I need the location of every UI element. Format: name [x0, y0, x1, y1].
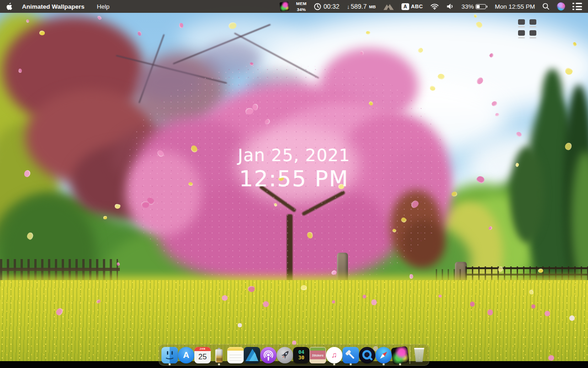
memory-label: MEM [296, 1, 307, 6]
dock-item-trash[interactable] [412, 344, 427, 366]
dock: A JAN 25 [159, 344, 429, 366]
safari-icon [375, 347, 392, 363]
dock-item-music[interactable]: ♫ [326, 344, 342, 366]
battery-nub [486, 5, 487, 8]
running-indicator [218, 363, 220, 365]
statusbar-stopwatch[interactable]: 00:32 [314, 3, 339, 11]
statusbar-volume[interactable] [446, 3, 454, 10]
podcasts-icon [260, 347, 277, 363]
search-icon [542, 3, 550, 10]
statusbar-mountain-app[interactable] [383, 3, 394, 11]
desktop-grid-widget[interactable] [518, 19, 536, 38]
running-indicator [350, 363, 352, 365]
wallpaper-shape [137, 64, 201, 101]
wallpaper-shape [201, 41, 261, 76]
running-indicator [169, 363, 171, 365]
statusbar-battery[interactable]: 33% [461, 3, 487, 10]
input-source-icon: A [401, 3, 409, 10]
dock-item-calendar[interactable]: JAN 25 [194, 344, 211, 366]
dock-item-quicktime[interactable] [359, 344, 375, 366]
rocket-icon [277, 347, 293, 363]
wifi-icon [430, 3, 439, 10]
dock-item-notes[interactable] [227, 344, 244, 366]
battery-percent: 33% [461, 3, 474, 10]
trash-icon [413, 348, 425, 362]
dock-item-timer[interactable]: 04 30 [293, 344, 310, 366]
dock-item-finder[interactable] [161, 344, 178, 366]
siri-icon [557, 2, 565, 11]
affinity-designer-icon [244, 347, 260, 363]
calendar-icon: JAN 25 [194, 347, 211, 363]
siri-menu[interactable] [557, 2, 565, 11]
list-icon [572, 9, 582, 10]
dock-item-podcasts[interactable] [260, 344, 277, 366]
running-indicator [333, 363, 335, 365]
battery-icon [476, 4, 486, 9]
menu-help[interactable]: Help [97, 3, 110, 10]
dock-item-battery-monitor[interactable] [211, 344, 227, 366]
statusbar-wallpapers-app[interactable] [280, 2, 289, 11]
dock-separator [408, 344, 412, 366]
dock-item-animated-wallpapers[interactable] [392, 344, 408, 366]
overlay-time: 12:55 PM [0, 166, 588, 191]
app-menu-title[interactable]: Animated Wallpapers [22, 3, 85, 10]
wallpaper-shape [401, 220, 445, 268]
iron-fence-rail [465, 267, 588, 269]
speaker-icon [446, 3, 454, 10]
menu-bar: Animated Wallpapers Help MEM 34% 00:32 ↓ [0, 0, 588, 13]
mountain-icon [383, 3, 394, 11]
dock-item-safari[interactable] [375, 344, 392, 366]
petal [179, 23, 183, 28]
apple-menu[interactable] [6, 2, 13, 11]
memory-value: 34% [297, 7, 306, 12]
fireworks-app-icon [391, 346, 410, 364]
statusbar-memory[interactable]: MEM 34% [296, 1, 307, 12]
wallpaper-clock-overlay: Jan 25, 2021 12:55 PM [0, 146, 588, 191]
running-indicator [383, 363, 385, 365]
grid-widget-cell [518, 19, 525, 27]
spotlight-search[interactable] [542, 3, 550, 10]
music-icon: ♫ [326, 347, 342, 363]
running-indicator [399, 363, 401, 365]
petal [137, 31, 142, 36]
desktop-screen: Jan 25, 2021 12:55 PM Animated Wallpaper… [0, 0, 588, 368]
iron-fence-rail [465, 274, 588, 276]
finder-icon [161, 347, 178, 363]
battery-app-icon [211, 347, 227, 363]
input-source-label: ABC [411, 4, 423, 9]
statusbar-wifi[interactable] [430, 3, 439, 10]
grid-widget-cell [518, 30, 525, 38]
dock-item-rocket[interactable] [277, 344, 293, 366]
statusbar-network[interactable]: ↓ 589.7 MB [347, 3, 375, 10]
app-store-icon: A [178, 347, 194, 363]
overlay-date: Jan 25, 2021 [0, 146, 588, 165]
statusbar-input-source[interactable]: A ABC [401, 3, 423, 10]
notification-center[interactable] [572, 3, 582, 10]
grid-widget-cell [529, 19, 536, 27]
dock-item-xcode[interactable] [342, 344, 359, 366]
download-arrow-icon: ↓ [347, 3, 350, 10]
download-unit: MB [369, 4, 376, 9]
list-icon [572, 3, 582, 4]
dock-item-stickers[interactable]: Stickers [310, 344, 326, 366]
stickers-icon: Stickers [310, 347, 326, 363]
download-value: 589.7 [351, 3, 367, 10]
list-icon [572, 6, 582, 7]
dock-item-affinity-designer[interactable] [244, 344, 260, 366]
stopwatch-value: 00:32 [323, 3, 339, 10]
dock-item-app-store[interactable]: A [178, 344, 194, 366]
notes-icon [227, 347, 244, 363]
clock-icon [314, 3, 321, 11]
apple-icon [6, 2, 13, 11]
grid-widget-cell [529, 30, 536, 38]
xcode-icon [342, 347, 359, 363]
statusbar-clock[interactable]: Mon 12:55 PM [495, 3, 535, 10]
fence-left-rail [0, 268, 120, 271]
fireworks-icon [279, 1, 289, 11]
quicktime-icon [359, 347, 375, 363]
timer-icon: 04 30 [293, 347, 310, 363]
